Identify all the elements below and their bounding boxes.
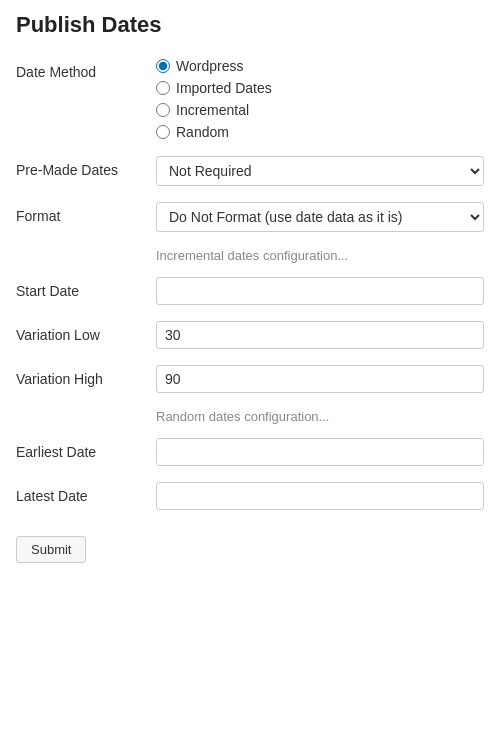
latest-date-row: Latest Date <box>16 482 484 510</box>
variation-high-row: Variation High <box>16 365 484 393</box>
pre-made-dates-label: Pre-Made Dates <box>16 156 156 178</box>
earliest-date-row: Earliest Date <box>16 438 484 466</box>
format-control: Do Not Format (use date data as it is) <box>156 202 484 232</box>
date-method-options: Wordpress Imported Dates Incremental Ran… <box>156 58 484 140</box>
radio-imported-dates[interactable] <box>156 81 170 95</box>
radio-random-label: Random <box>176 124 229 140</box>
radio-option-imported-dates[interactable]: Imported Dates <box>156 80 484 96</box>
pre-made-dates-control: Not Required <box>156 156 484 186</box>
radio-option-wordpress[interactable]: Wordpress <box>156 58 484 74</box>
incremental-note: Incremental dates configuration... <box>16 248 484 263</box>
variation-high-input[interactable] <box>156 365 484 393</box>
random-note: Random dates configuration... <box>16 409 484 424</box>
variation-high-label: Variation High <box>16 365 156 387</box>
earliest-date-control <box>156 438 484 466</box>
earliest-date-label: Earliest Date <box>16 438 156 460</box>
radio-random[interactable] <box>156 125 170 139</box>
date-method-label: Date Method <box>16 58 156 80</box>
page-title: Publish Dates <box>16 12 484 38</box>
radio-option-random[interactable]: Random <box>156 124 484 140</box>
radio-incremental[interactable] <box>156 103 170 117</box>
variation-low-control <box>156 321 484 349</box>
latest-date-label: Latest Date <box>16 482 156 504</box>
radio-option-incremental[interactable]: Incremental <box>156 102 484 118</box>
earliest-date-input[interactable] <box>156 438 484 466</box>
start-date-row: Start Date <box>16 277 484 305</box>
variation-low-row: Variation Low <box>16 321 484 349</box>
radio-incremental-label: Incremental <box>176 102 249 118</box>
date-method-row: Date Method Wordpress Imported Dates Inc… <box>16 58 484 140</box>
pre-made-dates-select[interactable]: Not Required <box>156 156 484 186</box>
pre-made-dates-row: Pre-Made Dates Not Required <box>16 156 484 186</box>
submit-button[interactable]: Submit <box>16 536 86 563</box>
start-date-control <box>156 277 484 305</box>
format-select[interactable]: Do Not Format (use date data as it is) <box>156 202 484 232</box>
radio-imported-dates-label: Imported Dates <box>176 80 272 96</box>
format-label: Format <box>16 202 156 224</box>
radio-wordpress-label: Wordpress <box>176 58 243 74</box>
variation-low-label: Variation Low <box>16 321 156 343</box>
variation-high-control <box>156 365 484 393</box>
start-date-input[interactable] <box>156 277 484 305</box>
radio-wordpress[interactable] <box>156 59 170 73</box>
variation-low-input[interactable] <box>156 321 484 349</box>
format-row: Format Do Not Format (use date data as i… <box>16 202 484 232</box>
latest-date-control <box>156 482 484 510</box>
start-date-label: Start Date <box>16 277 156 299</box>
latest-date-input[interactable] <box>156 482 484 510</box>
